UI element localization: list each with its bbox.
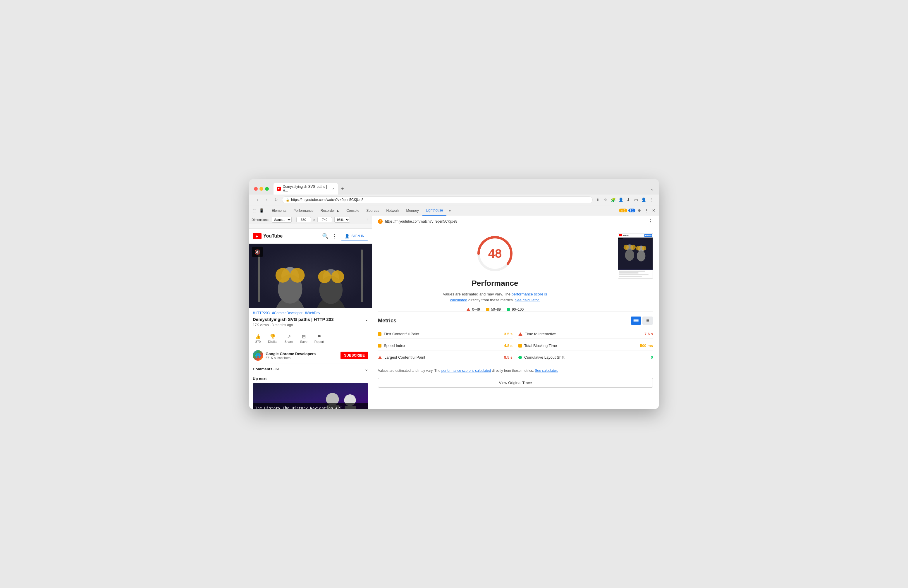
tab-favicon <box>277 187 281 191</box>
devtools-more-icon[interactable]: ⋮ <box>644 208 649 214</box>
device-toggle-icon[interactable]: 📱 <box>259 208 264 214</box>
score-ring: 48 <box>475 233 515 274</box>
tag-webdev[interactable]: #WebDev <box>305 311 320 315</box>
browser-toolbar: ‹ › ↻ 🔒 https://m.youtube.com/watch?v=9q… <box>249 195 659 205</box>
metric-lcp-icon <box>378 356 382 359</box>
svg-point-29 <box>637 250 646 261</box>
search-icon[interactable]: 🔍 <box>322 233 328 239</box>
share-button[interactable]: ↗ Share <box>282 333 295 345</box>
score-center: 48 Performance Values are estimated and … <box>378 233 612 311</box>
zoom-select[interactable]: 95% <box>334 217 350 222</box>
metric-tti: Time to Interactive 7.6 s <box>518 329 653 339</box>
tab-performance[interactable]: Performance <box>290 205 317 216</box>
settings-icon[interactable]: ⚙ <box>636 208 642 214</box>
address-bar[interactable]: 🔒 https://m.youtube.com/watch?v=9qen5CKj… <box>282 196 592 203</box>
metric-cls-value: 0 <box>651 355 653 359</box>
youtube-header-right: 🔍 ⋮ 👤 SIGN IN <box>322 232 368 240</box>
metrics-section: Metrics ≡≡ ≡ First Contentful Paint 3.5 … <box>372 317 659 368</box>
download-icon[interactable]: ⬇ <box>625 197 631 203</box>
subscribe-button[interactable]: SUBSCRIBE <box>341 352 368 359</box>
tab-console[interactable]: Console <box>343 205 363 216</box>
devtools-close-icon[interactable]: ✕ <box>650 208 657 214</box>
channel-subs: 671K subscribers <box>266 356 316 359</box>
cast-icon[interactable]: ▭ <box>633 197 639 203</box>
dimensions-more-icon[interactable]: ⋮ <box>366 218 369 222</box>
channel-name: Google Chrome Developers <box>266 352 316 356</box>
metric-si-icon <box>378 344 382 348</box>
metric-tti-icon <box>518 332 522 336</box>
tab-elements[interactable]: Elements <box>268 205 290 216</box>
right-panel: ! https://m.youtube.com/watch?v=9qen5CKj… <box>372 216 659 409</box>
svg-point-32 <box>636 246 641 250</box>
view-original-trace-button[interactable]: View Original Trace <box>378 378 653 388</box>
sign-in-button[interactable]: 👤 SIGN IN <box>341 232 368 240</box>
bottom-note: Values are estimated and may vary. The p… <box>372 368 659 378</box>
legend-green-icon <box>507 308 510 311</box>
back-button[interactable]: ‹ <box>254 196 261 203</box>
legend-red-label: 0–49 <box>472 308 480 311</box>
list-view-button[interactable]: ≡ <box>642 317 653 325</box>
grid-view-button[interactable]: ≡≡ <box>631 317 641 325</box>
svg-point-10 <box>331 270 344 283</box>
tag-http203[interactable]: #HTTP203 <box>253 311 270 315</box>
tab-recorder[interactable]: Recorder ▲ <box>317 205 343 216</box>
video-actions: 👍 870 👎 Dislike ↗ Share ⊞ <box>253 330 368 347</box>
next-video-info: The History The History Navigation API. … <box>253 403 368 409</box>
dislike-button[interactable]: 👎 Dislike <box>266 333 280 345</box>
metric-lcp-value: 8.5 s <box>504 355 512 359</box>
screenshot-panel: YouTube SIGN IN <box>618 233 653 311</box>
warning-badge: ⚠1 <box>619 209 628 213</box>
lighthouse-url: ! https://m.youtube.com/watch?v=9qen5CKj… <box>378 219 457 224</box>
minimize-button[interactable] <box>259 187 263 191</box>
tab-memory[interactable]: Memory <box>402 205 422 216</box>
inspect-icon[interactable]: ⬚ <box>251 208 258 214</box>
lighthouse-more-icon[interactable]: ⋮ <box>648 219 653 224</box>
save-button[interactable]: ⊞ Save <box>298 333 310 345</box>
bottom-perf-link[interactable]: performance score is calculated <box>441 369 491 373</box>
bottom-calculator-link[interactable]: See calculator. <box>535 369 558 373</box>
tab-sources[interactable]: Sources <box>363 205 383 216</box>
comments-expand-icon[interactable]: ⌄ <box>364 366 368 372</box>
ss-yt-header: YouTube SIGN IN <box>618 234 653 238</box>
score-title: Performance <box>472 279 518 288</box>
active-tab[interactable]: Demystifyingish SVG paths | H... × <box>274 183 338 195</box>
tab-network[interactable]: Network <box>383 205 402 216</box>
metric-lcp-name: Largest Contentful Paint <box>385 355 502 359</box>
legend-green: 90–100 <box>507 308 523 311</box>
more-options-icon[interactable]: ⋮ <box>648 197 654 203</box>
channel-row: 🌐 Google Chrome Developers 671K subscrib… <box>253 350 368 361</box>
bookmark-icon[interactable]: ☆ <box>603 197 609 203</box>
svg-point-30 <box>624 245 629 250</box>
close-button[interactable] <box>254 187 258 191</box>
svg-rect-12 <box>361 250 363 302</box>
width-input[interactable] <box>296 217 311 222</box>
tab-lighthouse[interactable]: Lighthouse <box>422 205 447 216</box>
mute-icon[interactable]: 🔇 <box>252 246 263 257</box>
forward-button[interactable]: › <box>263 196 270 203</box>
report-button[interactable]: ⚑ Report <box>312 333 327 345</box>
calculator-link[interactable]: See calculator. <box>515 298 540 302</box>
profile-icon[interactable]: 👤 <box>641 197 647 203</box>
maximize-button[interactable] <box>265 187 269 191</box>
like-button[interactable]: 👍 870 <box>253 333 263 345</box>
extension-icon[interactable]: 🧩 <box>610 197 616 203</box>
more-icon[interactable]: ⋮ <box>332 233 337 239</box>
height-input[interactable] <box>317 217 332 222</box>
metrics-grid: First Contentful Paint 3.5 s Time to Int… <box>378 329 653 362</box>
ss-yt-logo <box>619 234 622 236</box>
dim-cross: × <box>313 218 315 221</box>
video-title: Demystifyingish SVG paths | HTTP 203 ⌄ <box>253 317 368 322</box>
device-select[interactable]: Sams... <box>272 217 291 222</box>
title-expand-icon[interactable]: ⌄ <box>365 317 368 322</box>
share-icon[interactable]: ⬆ <box>595 197 601 203</box>
next-video-thumbnail[interactable]: The History The History Navigation API. … <box>253 383 368 409</box>
toolbar-actions: ⬆ ☆ 🧩 👤 ⬇ ▭ 👤 ⋮ <box>595 197 654 203</box>
tab-close-button[interactable]: × <box>333 187 334 190</box>
tag-chromedeveloper[interactable]: #ChromeDeveloper <box>272 311 303 315</box>
new-tab-button[interactable]: + <box>339 185 346 192</box>
metric-tti-name: Time to Interactive <box>525 332 642 336</box>
more-tabs-button[interactable]: » <box>446 209 453 213</box>
metric-tbt: Total Blocking Time 500 ms <box>518 341 653 350</box>
refresh-button[interactable]: ↻ <box>273 196 280 203</box>
person-silhouette-icon[interactable]: 👤 <box>618 197 624 203</box>
